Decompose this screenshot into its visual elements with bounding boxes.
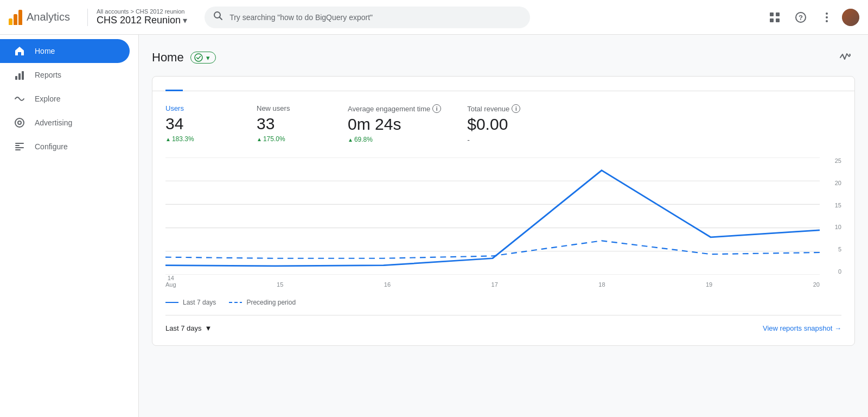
preceding-period-line xyxy=(165,241,820,258)
chart-area xyxy=(165,157,820,275)
search-icon xyxy=(213,11,223,23)
metric-new-users: New users 33 175.0% xyxy=(257,104,322,144)
sidebar-item-configure[interactable]: Configure xyxy=(0,135,130,159)
x-label-16: 16 xyxy=(384,281,391,288)
svg-point-10 xyxy=(826,20,828,22)
header-actions: ? xyxy=(764,7,859,28)
metric-engagement-value: 0m 24s xyxy=(348,115,441,134)
search-bar[interactable]: Try searching "how to do BigQuery export… xyxy=(205,7,530,28)
engagement-info-icon[interactable]: i xyxy=(432,104,441,113)
status-chevron-icon: ▾ xyxy=(206,54,210,62)
app-name: Analytics xyxy=(27,11,70,23)
revenue-info-icon[interactable]: i xyxy=(512,104,520,113)
legend-current: Last 7 days xyxy=(165,299,216,306)
avatar-image xyxy=(842,9,859,26)
logo-bar-2 xyxy=(14,14,17,25)
configure-icon xyxy=(13,141,26,152)
sidebar-item-advertising[interactable]: Advertising xyxy=(0,111,130,135)
page-title: Home xyxy=(152,50,184,65)
sidebar-configure-label: Configure xyxy=(35,142,68,151)
y-label-25: 25 xyxy=(824,157,841,164)
chart-svg xyxy=(165,157,820,275)
metric-new-users-change: 175.0% xyxy=(257,135,322,143)
app-header: Analytics All accounts > CHS 2012 reunio… xyxy=(0,0,868,35)
chart-legend: Last 7 days Preceding period xyxy=(165,294,841,306)
metric-revenue: Total revenue i $0.00 - xyxy=(467,104,532,144)
property-name: CHS 2012 Reunion xyxy=(97,15,181,26)
legend-preceding-label: Preceding period xyxy=(246,299,296,306)
sidebar-item-explore[interactable]: Explore xyxy=(0,87,130,111)
svg-rect-3 xyxy=(776,12,780,16)
page-status-badge[interactable]: ▾ xyxy=(190,52,216,64)
reports-icon xyxy=(13,70,26,80)
analytics-logo xyxy=(9,10,22,25)
sidebar-reports-label: Reports xyxy=(35,71,61,79)
svg-rect-18 xyxy=(15,147,24,148)
svg-rect-2 xyxy=(770,12,774,16)
main-card: Users 34 183.3% New users 33 175.0% Aver… xyxy=(152,76,855,346)
svg-rect-11 xyxy=(15,76,17,80)
view-snapshot-link[interactable]: View reports snapshot → xyxy=(763,324,841,332)
property-selector[interactable]: CHS 2012 Reunion ▾ xyxy=(97,15,187,26)
legend-preceding: Preceding period xyxy=(229,299,296,306)
advertising-icon xyxy=(13,117,26,128)
page-actions xyxy=(835,48,855,67)
legend-preceding-line xyxy=(229,302,242,303)
metric-users-change: 183.3% xyxy=(165,135,231,143)
svg-point-14 xyxy=(15,118,24,127)
metric-revenue-value: $0.00 xyxy=(467,115,532,134)
sidebar-item-home[interactable]: Home xyxy=(0,39,130,63)
breadcrumb: All accounts > CHS 2012 reunion xyxy=(97,8,187,15)
y-label-5: 5 xyxy=(824,246,841,252)
metric-new-users-value: 33 xyxy=(257,115,322,133)
help-button[interactable]: ? xyxy=(790,7,812,28)
y-label-15: 15 xyxy=(824,202,841,208)
page-title-row: Home ▾ xyxy=(152,50,216,65)
y-label-10: 10 xyxy=(824,224,841,230)
legend-current-line xyxy=(165,302,178,303)
svg-point-8 xyxy=(826,12,828,15)
x-label-17: 17 xyxy=(492,281,498,288)
svg-rect-4 xyxy=(770,18,774,22)
date-range-chevron-icon: ▼ xyxy=(205,324,212,332)
search-placeholder: Try searching "how to do BigQuery export… xyxy=(229,13,373,22)
logo-bar-3 xyxy=(18,10,22,25)
metric-new-users-label: New users xyxy=(257,104,322,112)
card-tabs xyxy=(152,77,854,91)
card-footer: Last 7 days ▼ View reports snapshot → xyxy=(165,315,841,332)
chart-x-axis: 14Aug 15 16 17 18 19 20 xyxy=(165,275,820,288)
svg-rect-13 xyxy=(22,71,24,80)
main-content: Home ▾ Users xyxy=(139,35,868,417)
svg-rect-5 xyxy=(776,18,780,22)
svg-point-15 xyxy=(18,121,21,124)
metric-users-value: 34 xyxy=(165,115,231,133)
app-logo-link[interactable]: Analytics xyxy=(9,10,70,25)
metric-engagement: Average engagement time i 0m 24s 69.8% xyxy=(348,104,441,144)
account-info: All accounts > CHS 2012 reunion CHS 2012… xyxy=(97,8,187,26)
svg-rect-19 xyxy=(15,149,21,150)
metric-users: Users 34 183.3% xyxy=(165,104,231,144)
header-divider xyxy=(87,9,88,26)
svg-point-9 xyxy=(826,16,828,18)
svg-text:?: ? xyxy=(799,14,803,22)
date-range-button[interactable]: Last 7 days ▼ xyxy=(165,324,212,332)
user-avatar[interactable] xyxy=(842,9,859,26)
sparkline-button[interactable] xyxy=(835,48,855,67)
svg-line-1 xyxy=(220,17,222,20)
x-label-14: 14Aug xyxy=(165,275,176,288)
sidebar: Home Reports Explore Advertising xyxy=(0,35,139,417)
metrics-row: Users 34 183.3% New users 33 175.0% Aver… xyxy=(165,104,841,144)
y-label-0: 0 xyxy=(824,268,841,275)
sidebar-explore-label: Explore xyxy=(35,94,60,103)
more-options-button[interactable] xyxy=(816,7,838,28)
date-range-label: Last 7 days xyxy=(165,324,202,332)
apps-button[interactable] xyxy=(764,7,786,28)
y-label-20: 20 xyxy=(824,180,841,186)
sidebar-item-reports[interactable]: Reports xyxy=(0,63,130,87)
svg-rect-16 xyxy=(15,143,24,144)
x-label-19: 19 xyxy=(706,281,712,288)
sidebar-home-label: Home xyxy=(35,47,55,55)
property-chevron-icon: ▾ xyxy=(183,15,187,26)
logo-bar-1 xyxy=(9,18,12,25)
tab-overview[interactable] xyxy=(165,77,183,91)
